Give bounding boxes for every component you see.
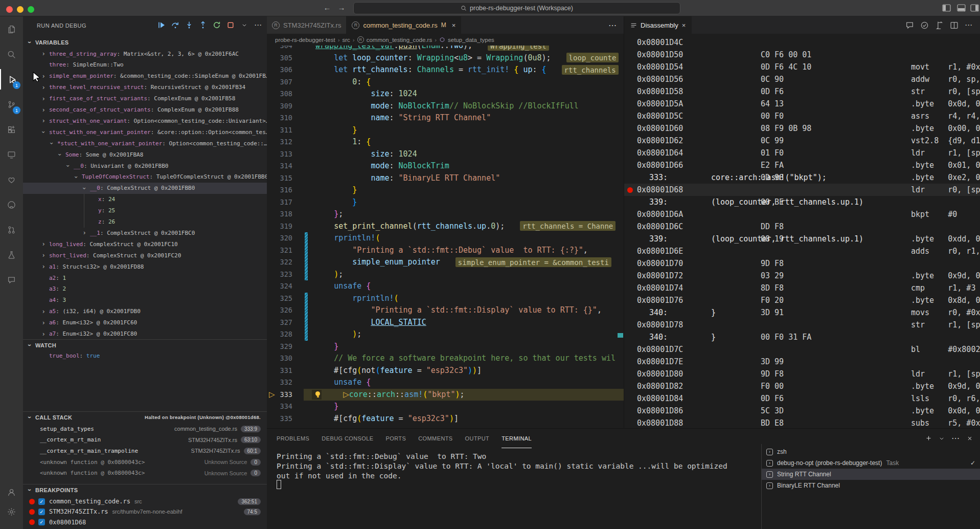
panel-tab-comments[interactable]: COMMENTS (418, 429, 452, 448)
disassembly-instruction-row[interactable]: 0x08001D6A DD F8 .byte 0xdd, 0x (624, 208, 980, 221)
activity-sponsor-heart[interactable] (0, 169, 23, 190)
breadcrumb-item-src[interactable]: src (342, 37, 350, 43)
terminal-list-item[interactable]: › BinaryLE RTT Channel (762, 480, 980, 491)
debug-step-out-button[interactable] (198, 20, 208, 30)
breadcrumb-item-file[interactable]: common_testing_code.rs (367, 37, 432, 43)
code-line-335[interactable]: 335 #[cfg(feature = "esp32c3")] (267, 413, 624, 425)
code-line-307[interactable]: 307 0: { (267, 76, 624, 89)
panel-tab-output[interactable]: OUTPUT (465, 429, 490, 448)
breadcrumb-item-symbol[interactable]: setup_data_types (448, 37, 494, 43)
code-line-334[interactable]: 334 } (267, 401, 624, 413)
variable-row[interactable]: x: 24 (23, 194, 267, 205)
disassembly-source-row[interactable]: 333:core::arch::asm!("bkpt"); (624, 171, 980, 184)
navigate-back-icon[interactable]: ← (322, 3, 332, 12)
activity-comment-discussion[interactable] (0, 270, 23, 290)
breakpoint-row[interactable]: ✓ STM32H745ZITx.rs src/thumbv7em-none-ea… (23, 506, 267, 517)
code-line-319[interactable]: 319 set_print_channel(rtt_channels.up.0)… (267, 221, 624, 233)
stack-frame[interactable]: setup_data_types common_testing_code.rs … (23, 424, 267, 434)
disassembly-instruction-row[interactable]: 0x08001D76 3D 91 str r1, [sp, # (624, 294, 980, 306)
command-center-search[interactable]: probe-rs-debugger-test (Workspace) (353, 2, 680, 14)
variable-row[interactable]: ›second_case_of_struct_variants: Complex… (23, 104, 267, 116)
code-line-322[interactable]: 322 simple_enum_pointersimple_enum_point… (267, 256, 624, 269)
code-line-309[interactable]: 309 mode: NoBlockTrim// NoBlockSkip //Bl… (267, 100, 624, 113)
more-actions-button[interactable]: ⋯ (254, 20, 263, 30)
variable-row[interactable]: y: 25 (23, 205, 267, 216)
variable-row[interactable]: ›struct_with_one_variant: Option<common_… (23, 115, 267, 126)
code-line-314[interactable]: 314 mode: NoBlockTrim (267, 160, 624, 172)
toggle-secondary-sidebar-icon[interactable] (970, 4, 979, 12)
disassembly-instruction-row[interactable]: 0x08001D72 8D F8 .byte 0x8d, 0x (624, 270, 980, 282)
code-line-328[interactable]: 328 ); (267, 328, 624, 341)
tab-common-testing-code[interactable]: R common_testing_code.rs M × (347, 16, 461, 34)
panel-tab-debug-console[interactable]: DEBUG CONSOLE (322, 429, 373, 448)
activity-account[interactable] (0, 482, 23, 502)
code-line-306[interactable]: 306 let rtt_channels: Channels = rtt_ini… (267, 64, 624, 76)
code-line-312[interactable]: 312 1: { (267, 136, 624, 148)
close-panel-icon[interactable] (967, 435, 973, 442)
compare-icon[interactable] (935, 21, 944, 30)
disassembly-instruction-row[interactable]: 0x08001D7E 9D F8 .byte 0x9d, 0x (624, 356, 980, 368)
code-line-308[interactable]: 308 size: 1024 (267, 88, 624, 100)
disassembly-instruction-row[interactable]: 0x08001D62 01 F0 .byte 0x01, 0x (624, 135, 980, 147)
variable-row[interactable]: ›*stuct_with_one_variant_pointer: Option… (23, 138, 267, 149)
disassembly-source-row[interactable]: 339:(loop_counter, rtt_channels.up.1) (624, 233, 980, 245)
chevron-down-button[interactable] (240, 20, 249, 30)
activity-extensions[interactable] (0, 119, 23, 140)
editor-more-actions-icon[interactable]: ⋯ (608, 16, 624, 34)
activity-source-control[interactable]: 1 (0, 94, 23, 115)
variable-row[interactable]: ›Some: Some @ 0x2001FBA8 (23, 149, 267, 160)
disassembly-instruction-row[interactable]: 0x08001D66 0D 98 ldr r0, [sp, # (624, 159, 980, 171)
variable-row[interactable]: ›simple_enum_pointer: &common_testing_co… (23, 71, 267, 82)
variable-row[interactable]: ›a5: (i32, i64) @ 0x2001FDB0 (23, 306, 267, 317)
terminal-list-item[interactable]: › zsh (762, 446, 980, 457)
variable-row[interactable]: ›three_d_string_array: Matrix<&str, 2, 3… (23, 48, 267, 59)
activity-settings-gear[interactable] (0, 501, 23, 522)
disassembly-instruction-row[interactable]: 0x08001D7C 3D 99 ldr r1, [sp, # (624, 343, 980, 356)
variable-row[interactable]: ›__0: Univariant @ 0x2001FBB0 (23, 160, 267, 171)
code-line-327[interactable]: 327 LOCAL_STATIC (267, 317, 624, 329)
code-line-323[interactable]: 323 ); (267, 269, 624, 281)
minimize-window-button[interactable] (17, 6, 24, 13)
watch-row[interactable]: true_bool: true (23, 350, 267, 361)
disassembly-instruction-row[interactable]: 0x08001D6C 08 19 adds r0, r1, r (624, 221, 980, 233)
code-line-304[interactable]: 304wrapping_test_var.push(Enum::Two);Wra… (267, 46, 624, 52)
breakpoint-dot-icon[interactable] (627, 187, 633, 193)
debug-step-into-button[interactable] (185, 20, 194, 30)
disassembly-source-row[interactable]: 340:} (624, 331, 980, 343)
variable-row[interactable]: a3: 2 (23, 283, 267, 295)
disassembly-instruction-row[interactable]: 0x08001D84 5C 3D subs r5, #0x5c (624, 392, 980, 405)
code-line-331[interactable]: 331 #[cfg(not(feature = "esp32c3"))] (267, 365, 624, 377)
disassembly-instruction-row[interactable]: 0x08001D5C 08 F9 0B 98 vst2.8 {d9, d1 (624, 110, 980, 122)
disassembly-instruction-row[interactable]: 0x08001D54 0C 90 str r0, [sp, # (624, 61, 980, 73)
variable-row[interactable]: ›short_lived: ComplexStruct @ 0x2001FC20 (23, 250, 267, 261)
debug-continue-button[interactable] (157, 20, 166, 30)
toggle-sidebar-icon[interactable] (942, 4, 951, 12)
disassembly-instruction-row[interactable]: 0x08001D78 00 F0 31 FA bl #0x80021de (624, 319, 980, 331)
close-window-button[interactable] (6, 6, 13, 13)
activity-github[interactable] (0, 194, 23, 215)
stack-frame[interactable]: <unknown function @ 0x0800043c> Unknown … (23, 468, 267, 478)
split-editor-icon[interactable] (950, 21, 959, 30)
variable-row[interactable]: ›TupleOfComplexStruct: TupleOfComplexStr… (23, 171, 267, 183)
variable-row[interactable]: ›__1: ComplexStruct @ 0x2001FBC0 (23, 227, 267, 238)
terminal-list-item[interactable]: › String RTT Channel (762, 469, 980, 480)
navigate-forward-icon[interactable]: → (336, 3, 347, 12)
code-line-326[interactable]: 326 "Printing a `std::fmt::Display` valu… (267, 304, 624, 317)
lightbulb-icon[interactable] (314, 391, 321, 398)
panel-tab-ports[interactable]: PORTS (386, 429, 406, 448)
code-line-317[interactable]: 317 } (267, 196, 624, 209)
code-line-333[interactable]: 333▷ ▷core::arch::asm!("bkpt"); (267, 389, 624, 401)
breakpoint-row[interactable]: ✓ 0x08001D68 (23, 517, 267, 527)
tab-stm32h745zitx[interactable]: R STM32H745ZITx.rs (267, 16, 347, 34)
disassembly-instruction-row[interactable]: 0x08001D64 E2 FA .byte 0xe2, 0x (624, 147, 980, 159)
code-line-320[interactable]: 320 rprintln!( (267, 232, 624, 245)
code-line-316[interactable]: 316 } (267, 184, 624, 196)
panel-tab-problems[interactable]: PROBLEMS (277, 429, 309, 448)
stack-frame[interactable]: __cortex_m_rt_main_trampoline STM32H745Z… (23, 446, 267, 456)
variable-row[interactable]: a4: 3 (23, 295, 267, 306)
disassembly-instruction-row[interactable]: 0x08001D80 F0 00 lsls r0, r6, # (624, 368, 980, 380)
activity-search[interactable] (0, 44, 23, 64)
variable-row[interactable]: ›long_lived: ComplexStruct @ 0x2001FC10 (23, 238, 267, 250)
code-line-310[interactable]: 310 name: "String RTT Channel" (267, 112, 624, 124)
disassembly-instruction-row[interactable]: 0x08001D86 BD E8 .byte 0xbd, 0x (624, 405, 980, 417)
